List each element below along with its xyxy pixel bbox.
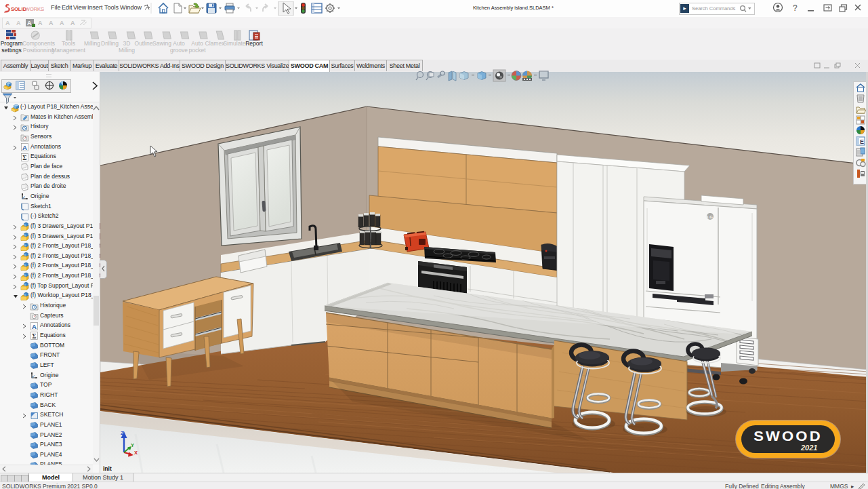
svg-text:A: A [16, 20, 21, 26]
svg-text:A: A [49, 20, 54, 26]
svg-text:LG: LG [707, 215, 714, 219]
svg-text:X: X [134, 450, 138, 456]
svg-text:A: A [27, 20, 32, 26]
svg-text:A: A [60, 20, 64, 26]
svg-text:?: ? [793, 3, 798, 13]
svg-text:WORKS: WORKS [25, 6, 44, 12]
svg-text:Z: Z [121, 430, 124, 436]
svg-text:A: A [70, 20, 75, 26]
svg-text:Y: Y [131, 442, 134, 448]
svg-text:A: A [38, 20, 43, 26]
svg-text:init: init [103, 465, 112, 472]
svg-text:E: E [860, 138, 864, 145]
svg-text:A: A [5, 20, 10, 26]
